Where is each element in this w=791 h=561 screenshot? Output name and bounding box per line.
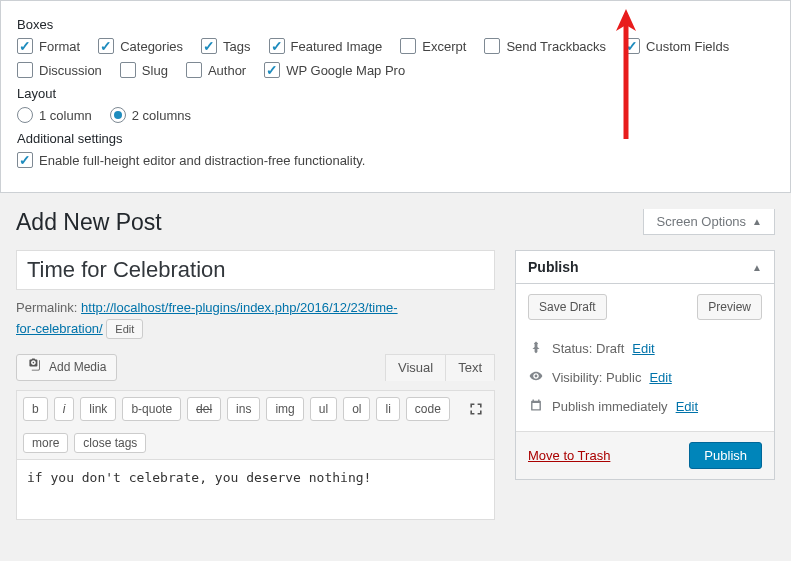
publish-metabox: Publish ▲ Save Draft Preview Status: Dra…	[515, 250, 775, 480]
checkbox-label: Featured Image	[291, 39, 383, 54]
quicktags-toolbar: b i link b-quote del ins img ul ol li co…	[16, 390, 495, 460]
tab-visual[interactable]: Visual	[385, 354, 446, 381]
collapse-toggle-icon[interactable]: ▲	[752, 262, 762, 273]
additional-settings-label: Additional settings	[17, 131, 774, 146]
visibility-text: Visibility: Public	[552, 370, 641, 385]
pin-icon	[528, 340, 544, 357]
status-row: Status: Draft Edit	[528, 334, 762, 363]
edit-schedule-link[interactable]: Edit	[676, 399, 698, 414]
qt-close-tags[interactable]: close tags	[74, 433, 146, 453]
checkbox-icon	[17, 38, 33, 54]
edit-status-link[interactable]: Edit	[632, 341, 654, 356]
radio-1-column[interactable]: 1 column	[17, 107, 92, 123]
boxes-row-2: Discussion Slug Author WP Google Map Pro	[17, 62, 774, 78]
status-text: Status: Draft	[552, 341, 624, 356]
layout-radio-row: 1 column 2 columns	[17, 107, 774, 123]
checkbox-discussion[interactable]: Discussion	[17, 62, 102, 78]
checkbox-icon	[17, 152, 33, 168]
checkbox-icon	[400, 38, 416, 54]
move-to-trash-link[interactable]: Move to Trash	[528, 448, 610, 463]
schedule-text: Publish immediately	[552, 399, 668, 414]
checkbox-author[interactable]: Author	[186, 62, 246, 78]
checkbox-icon	[269, 38, 285, 54]
checkbox-custom-fields[interactable]: Custom Fields	[624, 38, 729, 54]
editor-tabs: Visual Text	[385, 354, 495, 381]
checkbox-icon	[120, 62, 136, 78]
content-textarea[interactable]: if you don't celebrate, you deserve noth…	[16, 460, 495, 520]
checkbox-label: Categories	[120, 39, 183, 54]
media-tabs-row: Add Media Visual Text	[16, 354, 495, 381]
publish-body: Save Draft Preview Status: Draft Edit Vi…	[516, 284, 774, 431]
checkbox-label: Tags	[223, 39, 250, 54]
checkbox-label: Custom Fields	[646, 39, 729, 54]
radio-label: 1 column	[39, 108, 92, 123]
checkbox-slug[interactable]: Slug	[120, 62, 168, 78]
qt-li[interactable]: li	[376, 397, 399, 421]
qt-italic-label: i	[63, 402, 66, 416]
qt-link[interactable]: link	[80, 397, 116, 421]
radio-2-columns[interactable]: 2 columns	[110, 107, 191, 123]
camera-music-icon	[27, 357, 43, 378]
qt-del[interactable]: del	[187, 397, 221, 421]
save-draft-button[interactable]: Save Draft	[528, 294, 607, 320]
radio-icon	[110, 107, 126, 123]
edit-permalink-button[interactable]: Edit	[106, 319, 143, 339]
checkbox-icon	[17, 62, 33, 78]
checkbox-label: WP Google Map Pro	[286, 63, 405, 78]
checkbox-label: Slug	[142, 63, 168, 78]
qt-ul[interactable]: ul	[310, 397, 337, 421]
checkbox-label: Excerpt	[422, 39, 466, 54]
checkbox-excerpt[interactable]: Excerpt	[400, 38, 466, 54]
checkbox-label: Author	[208, 63, 246, 78]
permalink-row: Permalink: http://localhost/free-plugins…	[16, 298, 406, 340]
checkbox-label: Enable full-height editor and distractio…	[39, 153, 365, 168]
checkbox-wp-google-map-pro[interactable]: WP Google Map Pro	[264, 62, 405, 78]
tab-text[interactable]: Text	[446, 354, 495, 381]
qt-code[interactable]: code	[406, 397, 450, 421]
fullscreen-toggle-icon[interactable]	[464, 397, 488, 421]
radio-label: 2 columns	[132, 108, 191, 123]
triangle-up-icon: ▲	[752, 216, 762, 227]
qt-del-label: del	[196, 402, 212, 416]
sidebar-column: Publish ▲ Save Draft Preview Status: Dra…	[515, 250, 775, 496]
qt-bold[interactable]: b	[23, 397, 48, 421]
layout-section-label: Layout	[17, 86, 774, 101]
schedule-row: Publish immediately Edit	[528, 392, 762, 421]
checkbox-fullheight-editor[interactable]: Enable full-height editor and distractio…	[17, 152, 365, 168]
checkbox-label: Discussion	[39, 63, 102, 78]
checkbox-icon	[624, 38, 640, 54]
screen-options-tab-wrap: Screen Options ▲	[643, 209, 775, 235]
qt-img[interactable]: img	[266, 397, 303, 421]
visibility-row: Visibility: Public Edit	[528, 363, 762, 392]
qt-bquote[interactable]: b-quote	[122, 397, 181, 421]
publish-header: Publish ▲	[516, 251, 774, 284]
checkbox-label: Send Trackbacks	[506, 39, 606, 54]
screen-options-tab-label: Screen Options	[656, 214, 746, 229]
post-title-input[interactable]	[16, 250, 495, 290]
preview-button[interactable]: Preview	[697, 294, 762, 320]
screen-options-toggle[interactable]: Screen Options ▲	[643, 209, 775, 235]
checkbox-label: Format	[39, 39, 80, 54]
checkbox-icon	[186, 62, 202, 78]
qt-ol[interactable]: ol	[343, 397, 370, 421]
add-media-button[interactable]: Add Media	[16, 354, 117, 381]
checkbox-categories[interactable]: Categories	[98, 38, 183, 54]
edit-visibility-link[interactable]: Edit	[649, 370, 671, 385]
add-media-label: Add Media	[49, 357, 106, 377]
permalink-label: Permalink:	[16, 300, 77, 315]
qt-ins[interactable]: ins	[227, 397, 260, 421]
checkbox-format[interactable]: Format	[17, 38, 80, 54]
calendar-icon	[528, 398, 544, 415]
radio-icon	[17, 107, 33, 123]
boxes-section-label: Boxes	[17, 17, 774, 32]
screen-options-panel: Boxes Format Categories Tags Featured Im…	[0, 0, 791, 193]
checkbox-tags[interactable]: Tags	[201, 38, 250, 54]
checkbox-icon	[98, 38, 114, 54]
checkbox-featured-image[interactable]: Featured Image	[269, 38, 383, 54]
qt-more[interactable]: more	[23, 433, 68, 453]
publish-button[interactable]: Publish	[689, 442, 762, 469]
qt-italic[interactable]: i	[54, 397, 75, 421]
publish-top-actions: Save Draft Preview	[528, 294, 762, 320]
two-column-layout: Permalink: http://localhost/free-plugins…	[16, 250, 775, 523]
checkbox-send-trackbacks[interactable]: Send Trackbacks	[484, 38, 606, 54]
